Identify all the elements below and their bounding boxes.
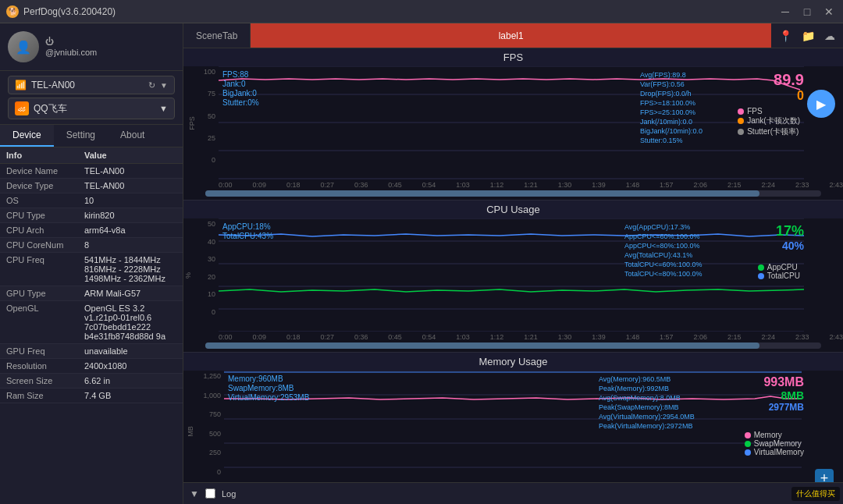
legend-fps: FPS (738, 107, 800, 115)
scene-bar: SceneTab label1 📍 📁 ☁ (183, 23, 843, 48)
mem-current-values: 993MB 8MB 2977MB (763, 375, 804, 413)
info-key: CPU CoreNum (6, 240, 84, 250)
charts-area: FPS FPS 100 75 50 25 0 (183, 48, 843, 482)
fps-current-values: 89.9 0 (774, 71, 804, 103)
svg-text:Avg(TotalCPU):43.1%: Avg(TotalCPU):43.1% (624, 251, 692, 259)
svg-text:SwapMemory:8MB: SwapMemory:8MB (228, 384, 294, 392)
info-val: ARM Mali-G57 (84, 289, 176, 298)
tab-device[interactable]: Device (0, 125, 54, 147)
svg-text:Stutter:0%: Stutter:0% (222, 98, 259, 107)
info-rows-container: Device NameTEL-AN00Device TypeTEL-AN00OS… (0, 164, 183, 403)
fps-y-axis: 100 75 50 25 0 (199, 66, 219, 179)
minimize-button[interactable]: ─ (777, 4, 793, 20)
app-icon: 🐕 (6, 5, 19, 18)
cloud-icon[interactable]: ☁ (824, 30, 835, 42)
memory-chart: Memory Usage MB 1,250 1,000 750 500 250 … (183, 353, 843, 482)
cpu-total-value: 40% (776, 240, 804, 252)
location-icon[interactable]: 📍 (779, 30, 792, 42)
device-row[interactable]: 📶 TEL-AN00 ↻ ▼ (8, 76, 175, 94)
cpu-chart-body: % 50 40 30 20 10 0 (183, 218, 843, 332)
memory-chart-title: Memory Usage (183, 353, 843, 371)
app-name: QQ飞车 (34, 102, 155, 115)
svg-text:Peak(VirtualMemory):2972MB: Peak(VirtualMemory):2972MB (599, 422, 692, 430)
info-val: 10 (84, 196, 176, 205)
svg-text:Avg(FPS):89.8: Avg(FPS):89.8 (640, 71, 686, 79)
mem-y-label: MB (187, 426, 194, 437)
svg-text:Memory:960MB: Memory:960MB (228, 374, 283, 383)
legend-virtualmemory: VirtualMemory (745, 448, 804, 456)
svg-text:Avg(SwapMemory):8.0MB: Avg(SwapMemory):8.0MB (599, 394, 681, 402)
play-button[interactable]: ▶ (807, 90, 835, 118)
svg-text:Avg(AppCPU):17.3%: Avg(AppCPU):17.3% (624, 223, 690, 231)
fps-chart: FPS FPS 100 75 50 25 0 (183, 48, 843, 201)
svg-text:Var(FPS):0.56: Var(FPS):0.56 (640, 80, 685, 88)
info-val: 541MHz - 1844MHz 816MHz - 2228MHz 1498MH… (84, 255, 176, 283)
add-chart-button[interactable]: + (815, 469, 834, 482)
appcpu-dot (758, 264, 764, 271)
svg-text:AppCPU<=80%:100.0%: AppCPU<=80%:100.0% (624, 242, 700, 250)
info-val: arm64-v8a (84, 225, 176, 235)
cpu-scrollbar[interactable] (205, 343, 821, 349)
info-row: CPU Typekirin820 (0, 208, 183, 223)
device-selector: 📶 TEL-AN00 ↻ ▼ 🏎 QQ飞车 ▼ (0, 71, 183, 125)
svg-text:FPS>=25:100.0%: FPS>=25:100.0% (640, 108, 695, 116)
info-row: OpenGLOpenGL ES 3.2 v1.r21p0-01rel0.6 7c… (0, 301, 183, 344)
scene-tab-active[interactable]: label1 (251, 23, 771, 48)
stutter-dot (738, 129, 744, 135)
titlebar: 🐕 PerfDog(v3.6.200420) ─ □ ✕ (0, 0, 843, 23)
totalcpu-dot (758, 273, 764, 279)
tab-about[interactable]: About (108, 125, 157, 147)
info-key: CPU Freq (6, 255, 84, 264)
log-label: Log (222, 489, 236, 499)
svg-text:Peak(SwapMemory):8MB: Peak(SwapMemory):8MB (599, 403, 679, 411)
info-val: 8 (84, 240, 176, 250)
svg-text:AppCPU<=60%:100.0%: AppCPU<=60%:100.0% (624, 232, 700, 240)
chevron-down-icon: ▼ (160, 81, 168, 90)
cpu-y-axis: 50 40 30 20 10 0 (199, 218, 219, 332)
app-row[interactable]: 🏎 QQ飞车 ▼ (8, 98, 175, 119)
down-icon[interactable]: ▼ (190, 488, 199, 499)
memory-chart-body: MB 1,250 1,000 750 500 250 0 (183, 371, 843, 482)
info-key: Device Type (6, 181, 84, 190)
svg-text:FPS:88: FPS:88 (222, 70, 249, 79)
info-val: OpenGL ES 3.2 v1.r21p0-01rel0.6 7c07bebd… (84, 303, 176, 341)
log-checkbox[interactable] (205, 488, 215, 499)
info-val: 6.62 in (84, 376, 176, 385)
user-section: 👤 ⏻ @jvniubi.com (0, 23, 183, 71)
svg-text:TotalCPU<=80%:100.0%: TotalCPU<=80%:100.0% (624, 270, 702, 278)
close-button[interactable]: ✕ (821, 4, 837, 20)
info-row: GPU TypeARM Mali-G57 (0, 286, 183, 301)
info-row: Screen Size6.62 in (0, 374, 183, 389)
fps-scrollbar-thumb[interactable] (205, 190, 759, 197)
info-val: TEL-AN00 (84, 166, 176, 176)
fps-dot (738, 108, 744, 115)
svg-text:AppCPU:18%: AppCPU:18% (222, 222, 271, 231)
svg-text:BigJank(/10min):0.0: BigJank(/10min):0.0 (640, 127, 702, 135)
watermark: 什么值得买 (791, 487, 840, 501)
maximize-button[interactable]: □ (799, 4, 815, 20)
cpu-scrollbar-thumb[interactable] (205, 343, 759, 349)
info-row: OS10 (0, 193, 183, 208)
info-row: CPU Archarm64-v8a (0, 223, 183, 238)
jank-dot (738, 118, 744, 124)
info-row: CPU Freq541MHz - 1844MHz 816MHz - 2228MH… (0, 253, 183, 286)
svg-text:Drop(FPS):0.0/h: Drop(FPS):0.0/h (640, 90, 692, 98)
cpu-y-label: % (184, 272, 192, 278)
app-game-icon: 🏎 (15, 101, 29, 115)
info-key: Screen Size (6, 376, 84, 385)
scene-tab-label: SceneTab (183, 23, 251, 48)
info-key: CPU Type (6, 211, 84, 220)
fps-scrollbar[interactable] (205, 190, 821, 197)
cpu-chart-title: CPU Usage (183, 201, 843, 218)
info-key: Ram Size (6, 391, 84, 400)
device-name: TEL-AN00 (31, 80, 144, 91)
info-key: Resolution (6, 361, 84, 371)
folder-icon[interactable]: 📁 (802, 30, 815, 42)
refresh-icon[interactable]: ↻ (148, 80, 155, 91)
tab-setting[interactable]: Setting (54, 125, 108, 147)
fps-jank: 0 (774, 89, 804, 103)
info-row: Resolution2400x1080 (0, 359, 183, 374)
power-icon: ⏻ (45, 37, 55, 46)
memory-legend: Memory SwapMemory VirtualMemory (745, 431, 804, 456)
svg-text:Jank:0: Jank:0 (222, 80, 246, 88)
